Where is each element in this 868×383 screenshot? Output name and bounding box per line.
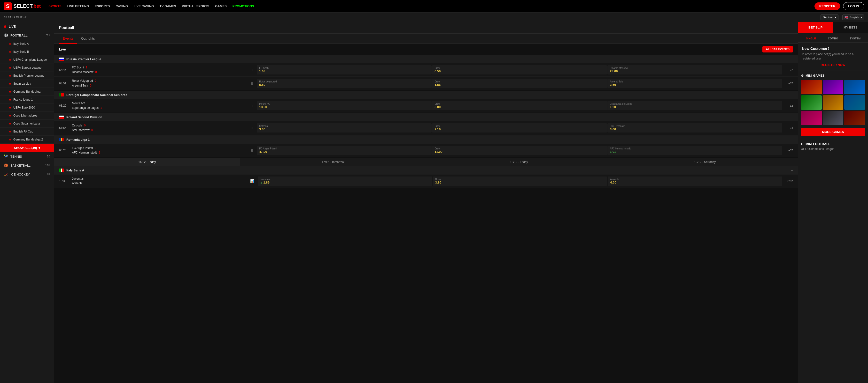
team-score: 0	[95, 70, 97, 74]
odds-draw[interactable]: Draw 2.10	[432, 123, 607, 133]
date-tab-saturday[interactable]: 19/12 - Saturday	[612, 158, 798, 166]
odds-draw-val: 6.50	[434, 69, 440, 73]
tab-my-bets[interactable]: MY BETS	[833, 22, 868, 33]
sidebar-item-ucl[interactable]: ★ UEFA Champions League	[0, 56, 54, 64]
nav-esports[interactable]: ESPORTS	[95, 3, 110, 9]
language-select[interactable]: 🇬🇧 English ▾	[842, 14, 864, 20]
nav-live-betting[interactable]: LIVE BETTING	[67, 3, 89, 9]
game-thumb-7[interactable]	[801, 111, 822, 125]
league-header-romania[interactable]: Romania Liga 1	[54, 135, 798, 144]
nav-casino[interactable]: CASINO	[116, 3, 128, 9]
tab-events[interactable]: Events	[59, 34, 77, 44]
odds-home[interactable]: Rotor Volgograd 5.50	[257, 79, 432, 88]
odds-away-val: 3.00	[610, 128, 616, 131]
more-odds[interactable]: +37	[784, 149, 793, 152]
odds-draw[interactable]: Draw 3.80	[433, 176, 608, 186]
league-header-italy[interactable]: Italy Serie A ▾	[54, 166, 798, 175]
nav-live-casino[interactable]: LIVE CASINO	[134, 3, 154, 9]
league-header-poland[interactable]: Poland Second Division	[54, 113, 798, 121]
odds-away[interactable]: Arsenal Tula 3.50	[608, 79, 782, 88]
sidebar-tennis[interactable]: 🎾 TENNIS 16	[0, 152, 54, 161]
sidebar-item-ligue1[interactable]: ★ France Ligue 1	[0, 96, 54, 104]
sidebar-item-epl[interactable]: ★ English Premier League	[0, 72, 54, 80]
match-time: 19:30	[59, 179, 70, 183]
show-all-button[interactable]: SHOW ALL (49) ▾	[0, 144, 54, 152]
stats-icon[interactable]: ⊟	[250, 104, 253, 108]
league-header-russia[interactable]: Russia Premier League	[54, 55, 798, 63]
odds-format-select[interactable]: Decimal ▾	[820, 14, 838, 20]
stats-icon[interactable]: ⊟	[250, 126, 253, 130]
stats-icon[interactable]: 📊	[250, 179, 254, 183]
odds-draw[interactable]: Draw 6.50	[432, 65, 607, 74]
sidebar-live[interactable]: LIVE	[0, 22, 54, 31]
login-button[interactable]: LOG IN	[843, 2, 864, 10]
sidebar-item-bundesliga2[interactable]: ★ Germany Bundesliga 2	[0, 136, 54, 144]
tab-combo[interactable]: COMBO	[823, 35, 843, 42]
nav-tv-games[interactable]: TV GAMES	[160, 3, 176, 9]
date-tab-tomorrow[interactable]: 17/12 - Tomorrow	[240, 158, 426, 166]
game-thumb-4[interactable]	[801, 95, 822, 110]
odds-away[interactable]: Dinamo Moscow 28.00	[608, 65, 782, 74]
date-tab-friday[interactable]: 18/12 - Friday	[426, 158, 612, 166]
stats-icon[interactable]: ⊟	[250, 81, 253, 85]
sidebar-football[interactable]: ⚽ FOOTBALL 712	[0, 31, 54, 40]
game-thumb-9[interactable]	[844, 111, 865, 125]
odds-home-val: 5.50	[259, 83, 265, 86]
odds-away[interactable]: Atalanta 4.00	[608, 176, 782, 186]
odds-away[interactable]: AFC Hermannstadt 1.01	[608, 146, 782, 155]
sidebar-basketball[interactable]: 🏀 BASKETBALL 167	[0, 161, 54, 170]
register-button[interactable]: REGISTER	[814, 2, 840, 10]
game-thumb-8[interactable]	[823, 111, 843, 125]
game-thumb-2[interactable]	[823, 80, 843, 94]
team-name-away: AFC Hermannstadt 2	[72, 150, 247, 155]
odds-home[interactable]: Juventus ▲ 1.89	[258, 176, 432, 186]
sidebar-item-fa-cup[interactable]: ★ English FA Cup	[0, 128, 54, 136]
odds-home[interactable]: FC Arges Pitesti 47.00	[257, 146, 432, 155]
more-odds[interactable]: +32	[784, 104, 793, 107]
sidebar-item-italy-serie-a[interactable]: ★ Italy Serie A	[0, 40, 54, 48]
match-time: 64:46	[59, 68, 70, 72]
more-odds[interactable]: +232	[784, 180, 793, 182]
more-odds[interactable]: +37	[784, 82, 793, 85]
sidebar-item-la-liga[interactable]: ★ Spain La Liga	[0, 80, 54, 88]
odds-home[interactable]: FC Sochi 1.08	[257, 65, 432, 74]
stats-icon[interactable]: ⊟	[250, 148, 253, 152]
more-games-button[interactable]: MORE GAMES	[801, 128, 865, 136]
odds-home[interactable]: Ostroda 3.30	[257, 123, 432, 133]
sidebar-item-euro2020[interactable]: ★ UEFA Euro 2020	[0, 104, 54, 112]
date-tab-today[interactable]: 16/12 - Today	[54, 158, 240, 166]
tab-outrights[interactable]: Outrights	[77, 34, 99, 44]
sidebar-item-italy-serie-b[interactable]: ★ Italy Serie B	[0, 48, 54, 56]
league-header-portugal[interactable]: Portugal Campeonato Nacional Seniores	[54, 91, 798, 99]
game-thumb-6[interactable]	[844, 95, 865, 110]
nav-virtual-sports[interactable]: VIRTUAL SPORTS	[182, 3, 209, 9]
sidebar-ice-hockey[interactable]: 🏒 ICE HOCKEY 81	[0, 170, 54, 179]
game-thumb-3[interactable]	[844, 80, 865, 94]
sidebar-item-copa-lib[interactable]: ★ Copa Libertadores	[0, 112, 54, 120]
sidebar-item-bundesliga[interactable]: ★ Germany Bundesliga	[0, 88, 54, 96]
odds-draw[interactable]: Draw 1.56	[432, 79, 607, 88]
sidebar-item-copa-sud[interactable]: ★ Copa Sudamericana	[0, 120, 54, 128]
logo[interactable]: S SELECT.bet	[4, 2, 41, 10]
more-odds[interactable]: +37	[784, 68, 793, 71]
league-name-poland: Poland Second Division	[66, 115, 793, 119]
odds-away[interactable]: Esperança de Lagos 1.20	[608, 101, 782, 110]
all-events-button[interactable]: ALL 118 EVENTS	[763, 46, 793, 53]
more-odds[interactable]: +34	[784, 127, 793, 129]
nav-promotions[interactable]: PROMOTIONS	[232, 3, 254, 9]
game-thumb-5[interactable]	[823, 95, 843, 110]
odds-draw[interactable]: Draw 5.00	[432, 101, 607, 110]
nav-games[interactable]: GAMES	[215, 3, 227, 9]
odds-home[interactable]: Moura AC 13.00	[257, 101, 432, 110]
game-thumb-1[interactable]	[801, 80, 822, 94]
sidebar-item-uel[interactable]: ★ UEFA Europa League	[0, 64, 54, 72]
register-now-link[interactable]: REGISTER NOW	[802, 63, 864, 67]
odds-home-val: 13.00	[259, 105, 267, 109]
odds-away[interactable]: Stal Rzeszow 3.00	[608, 123, 782, 133]
odds-draw[interactable]: Draw 11.00	[432, 146, 607, 155]
stats-icon[interactable]: ⊟	[250, 68, 253, 72]
tab-bet-slip[interactable]: BET SLIP	[798, 22, 833, 33]
tab-system[interactable]: SYSTEM	[844, 35, 866, 42]
tab-single[interactable]: SINGLE	[800, 35, 822, 42]
nav-sports[interactable]: SPORTS	[49, 3, 61, 9]
